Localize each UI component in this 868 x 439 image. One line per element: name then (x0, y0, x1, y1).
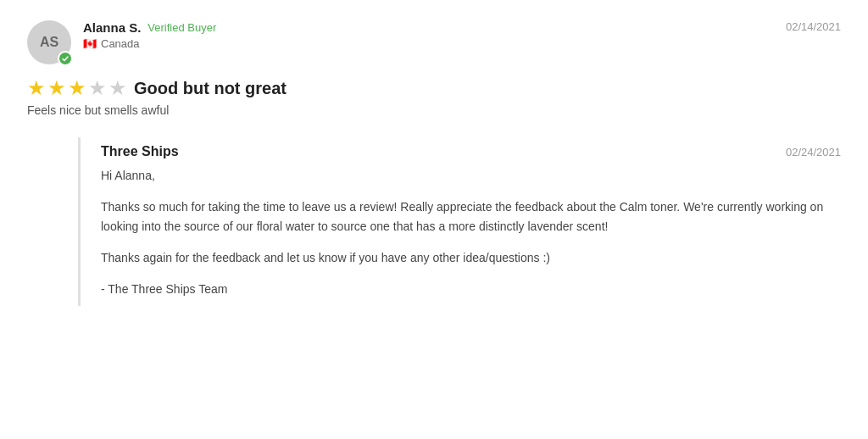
star-4: ★ (88, 78, 107, 98)
reviewer-info: Alanna S. Verified Buyer 🇨🇦 Canada (83, 20, 216, 50)
reviewer-location: 🇨🇦 Canada (83, 37, 216, 50)
response-sign-off: - The Three Ships Team (101, 280, 841, 299)
review-title: Good but not great (134, 79, 287, 98)
star-3: ★ (68, 78, 86, 98)
flag-icon: 🇨🇦 (83, 37, 97, 50)
star-2: ★ (47, 78, 66, 98)
response-brand-name: Three Ships (101, 144, 179, 159)
review-date: 02/14/2021 (786, 20, 841, 33)
star-1: ★ (27, 78, 46, 98)
response-body: Hi Alanna, Thanks so much for taking the… (101, 166, 841, 299)
reviewer-country: Canada (101, 37, 140, 50)
stars-row: ★ ★ ★ ★ ★ Good but not great (27, 78, 841, 98)
response-paragraph1: Thanks so much for taking the time to le… (101, 197, 841, 236)
reviewer-left: AS Alanna S. Verified Buyer 🇨🇦 (27, 20, 216, 64)
review-container: AS Alanna S. Verified Buyer 🇨🇦 (27, 20, 841, 306)
verified-label: Verified Buyer (147, 21, 216, 34)
reviewer-header: AS Alanna S. Verified Buyer 🇨🇦 (27, 20, 841, 64)
stars: ★ ★ ★ ★ ★ (27, 78, 127, 98)
response-date: 02/24/2021 (786, 146, 841, 158)
avatar: AS (27, 20, 71, 64)
reviewer-name: Alanna S. (83, 20, 141, 35)
star-5: ★ (108, 78, 127, 98)
response-paragraph2: Thanks again for the feedback and let us… (101, 248, 841, 268)
response-greeting: Hi Alanna, (101, 166, 841, 186)
avatar-initials: AS (40, 35, 58, 50)
response-container: Three Ships 02/24/2021 Hi Alanna, Thanks… (78, 137, 841, 306)
review-subtitle: Feels nice but smells awful (27, 103, 841, 117)
reviewer-name-row: Alanna S. Verified Buyer (83, 20, 216, 35)
response-header: Three Ships 02/24/2021 (101, 144, 841, 159)
verified-badge-icon (58, 51, 73, 66)
